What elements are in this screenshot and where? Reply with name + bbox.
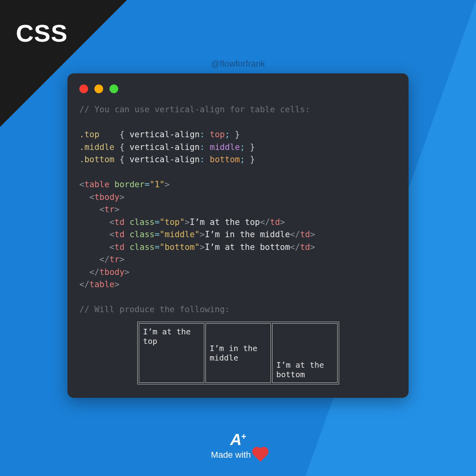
made-with-label: Made with [211, 450, 251, 460]
demo-output: I’m at the top I’m in the middle I’m at … [79, 322, 397, 384]
code-block: // You can use vertical-align for table … [79, 104, 397, 316]
corner-badge-label: CSS [16, 19, 67, 47]
logo: A+ [0, 432, 476, 447]
demo-cell-middle: I’m in the middle [205, 323, 271, 383]
minimize-icon[interactable] [94, 84, 103, 93]
code-comment: // You can use vertical-align for table … [79, 105, 310, 114]
code-comment: // Will produce the following: [79, 305, 230, 314]
close-icon[interactable] [79, 84, 88, 93]
table-row: I’m at the top I’m in the middle I’m at … [139, 323, 338, 383]
author-handle: @flowforfrank [0, 59, 476, 69]
demo-table: I’m at the top I’m in the middle I’m at … [137, 322, 339, 384]
maximize-icon[interactable] [109, 84, 118, 93]
footer: A+ Made with [0, 432, 476, 460]
demo-cell-top: I’m at the top [139, 323, 204, 383]
made-with: Made with [0, 450, 476, 460]
demo-cell-bottom: I’m at the bottom [272, 323, 338, 383]
code-window: // You can use vertical-align for table … [67, 73, 409, 398]
heart-icon [253, 448, 267, 462]
window-controls [79, 84, 397, 93]
